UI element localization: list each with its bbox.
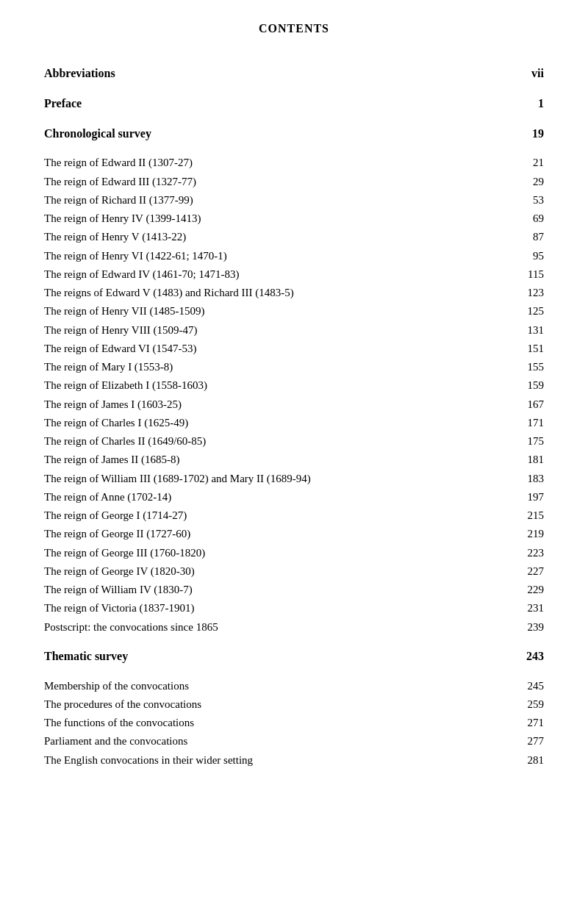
entry-title-anne: The reign of Anne (1702-14) <box>44 489 514 506</box>
toc-entry-preface[interactable]: Preface1 <box>44 95 544 113</box>
entry-title-postscript: Postscript: the convocations since 1865 <box>44 619 514 636</box>
entry-page-george-iii: 223 <box>514 545 544 562</box>
toc-entry-english-convocations[interactable]: The English convocations in their wider … <box>44 752 544 769</box>
toc-entry-henry-vi[interactable]: The reign of Henry VI (1422-61; 1470-1)9… <box>44 248 544 265</box>
toc-entry-william-iii-mary-ii[interactable]: The reign of William III (1689-1702) and… <box>44 470 544 487</box>
toc-entry-james-i[interactable]: The reign of James I (1603-25)167 <box>44 396 544 413</box>
entry-page-thematic-survey: 243 <box>514 648 544 666</box>
entry-title-charles-i: The reign of Charles I (1625-49) <box>44 415 514 431</box>
entry-page-george-i: 215 <box>514 507 544 524</box>
entry-title-abbreviations: Abbreviations <box>44 65 514 83</box>
toc-entry-george-iii[interactable]: The reign of George III (1760-1820)223 <box>44 545 544 562</box>
toc-entry-edward-ii[interactable]: The reign of Edward II (1307-27)21 <box>44 154 544 171</box>
entry-title-george-iii: The reign of George III (1760-1820) <box>44 545 514 562</box>
entry-page-george-iv: 227 <box>514 563 544 580</box>
toc-entry-george-ii[interactable]: The reign of George II (1727-60)219 <box>44 526 544 542</box>
toc-entry-george-iv[interactable]: The reign of George IV (1820-30)227 <box>44 563 544 580</box>
entry-title-victoria: The reign of Victoria (1837-1901) <box>44 600 514 617</box>
entry-page-charles-i: 171 <box>514 415 544 431</box>
toc-entry-edward-vi[interactable]: The reign of Edward VI (1547-53)151 <box>44 340 544 357</box>
toc-entry-procedures[interactable]: The procedures of the convocations259 <box>44 696 544 713</box>
toc-entry-abbreviations[interactable]: Abbreviationsvii <box>44 65 544 83</box>
entry-page-charles-ii: 175 <box>514 433 544 450</box>
toc-entry-thematic-survey[interactable]: Thematic survey243 <box>44 648 544 666</box>
toc-entry-charles-ii[interactable]: The reign of Charles II (1649/60-85)175 <box>44 433 544 450</box>
toc-entry-mary-i[interactable]: The reign of Mary I (1553-8)155 <box>44 359 544 376</box>
toc-entry-parliament[interactable]: Parliament and the convocations277 <box>44 733 544 750</box>
entry-page-james-i: 167 <box>514 396 544 413</box>
entry-page-postscript: 239 <box>514 619 544 636</box>
entry-page-elizabeth-i: 159 <box>514 377 544 394</box>
toc-entry-henry-vii[interactable]: The reign of Henry VII (1485-1509)125 <box>44 303 544 320</box>
entry-title-richard-ii: The reign of Richard II (1377-99) <box>44 192 514 209</box>
entry-title-george-i: The reign of George I (1714-27) <box>44 507 514 524</box>
entry-page-james-ii: 181 <box>514 451 544 468</box>
entry-title-edward-iv: The reign of Edward IV (1461-70; 1471-83… <box>44 266 514 283</box>
entry-page-henry-v: 87 <box>514 229 544 246</box>
entry-page-edward-iii: 29 <box>514 173 544 190</box>
entry-page-william-iv: 229 <box>514 581 544 598</box>
toc-entry-postscript[interactable]: Postscript: the convocations since 18652… <box>44 619 544 636</box>
entry-page-henry-iv: 69 <box>514 210 544 227</box>
entry-title-english-convocations: The English convocations in their wider … <box>44 752 514 769</box>
entry-title-preface: Preface <box>44 95 514 113</box>
entry-title-edward-vi: The reign of Edward VI (1547-53) <box>44 340 514 357</box>
toc-entry-charles-i[interactable]: The reign of Charles I (1625-49)171 <box>44 415 544 431</box>
entry-title-edward-iii: The reign of Edward III (1327-77) <box>44 173 514 190</box>
toc-entry-george-i[interactable]: The reign of George I (1714-27)215 <box>44 507 544 524</box>
entry-title-henry-vii: The reign of Henry VII (1485-1509) <box>44 303 514 320</box>
toc-entry-richard-ii[interactable]: The reign of Richard II (1377-99)53 <box>44 192 544 209</box>
toc-entry-elizabeth-i[interactable]: The reign of Elizabeth I (1558-1603)159 <box>44 377 544 394</box>
toc-entry-chronological-survey[interactable]: Chronological survey19 <box>44 125 544 143</box>
entry-title-functions: The functions of the convocations <box>44 714 514 731</box>
entry-title-william-iii-mary-ii: The reign of William III (1689-1702) and… <box>44 470 514 487</box>
toc-entry-edward-iv[interactable]: The reign of Edward IV (1461-70; 1471-83… <box>44 266 544 283</box>
entry-title-membership: Membership of the convocations <box>44 678 514 695</box>
entry-title-george-ii: The reign of George II (1727-60) <box>44 526 514 542</box>
entry-page-chronological-survey: 19 <box>514 125 544 143</box>
toc-entry-membership[interactable]: Membership of the convocations245 <box>44 678 544 695</box>
entry-title-parliament: Parliament and the convocations <box>44 733 514 750</box>
toc-entry-edward-iii[interactable]: The reign of Edward III (1327-77)29 <box>44 173 544 190</box>
entry-page-victoria: 231 <box>514 600 544 617</box>
entry-title-elizabeth-i: The reign of Elizabeth I (1558-1603) <box>44 377 514 394</box>
toc-container: AbbreviationsviiPreface1Chronological su… <box>44 65 544 769</box>
toc-entry-henry-v[interactable]: The reign of Henry V (1413-22)87 <box>44 229 544 246</box>
entry-page-abbreviations: vii <box>514 65 544 83</box>
toc-entry-victoria[interactable]: The reign of Victoria (1837-1901)231 <box>44 600 544 617</box>
toc-entry-james-ii[interactable]: The reign of James II (1685-8)181 <box>44 451 544 468</box>
entry-page-parliament: 277 <box>514 733 544 750</box>
entry-page-william-iii-mary-ii: 183 <box>514 470 544 487</box>
entry-title-chronological-survey: Chronological survey <box>44 125 514 143</box>
entry-title-henry-v: The reign of Henry V (1413-22) <box>44 229 514 246</box>
entry-page-edward-ii: 21 <box>514 154 544 171</box>
entry-title-charles-ii: The reign of Charles II (1649/60-85) <box>44 433 514 450</box>
entry-title-james-i: The reign of James I (1603-25) <box>44 396 514 413</box>
toc-entry-edward-v-richard-iii[interactable]: The reigns of Edward V (1483) and Richar… <box>44 284 544 301</box>
entry-title-edward-ii: The reign of Edward II (1307-27) <box>44 154 514 171</box>
entry-page-english-convocations: 281 <box>514 752 544 769</box>
entry-title-william-iv: The reign of William IV (1830-7) <box>44 581 514 598</box>
toc-entry-william-iv[interactable]: The reign of William IV (1830-7)229 <box>44 581 544 598</box>
toc-entry-henry-iv[interactable]: The reign of Henry IV (1399-1413)69 <box>44 210 544 227</box>
toc-entry-functions[interactable]: The functions of the convocations271 <box>44 714 544 731</box>
entry-page-henry-vii: 125 <box>514 303 544 320</box>
entry-page-richard-ii: 53 <box>514 192 544 209</box>
entry-page-george-ii: 219 <box>514 526 544 542</box>
toc-entry-henry-viii[interactable]: The reign of Henry VIII (1509-47)131 <box>44 322 544 339</box>
entry-title-procedures: The procedures of the convocations <box>44 696 514 713</box>
entry-title-edward-v-richard-iii: The reigns of Edward V (1483) and Richar… <box>44 284 514 301</box>
entry-page-procedures: 259 <box>514 696 544 713</box>
entry-title-george-iv: The reign of George IV (1820-30) <box>44 563 514 580</box>
entry-title-henry-iv: The reign of Henry IV (1399-1413) <box>44 210 514 227</box>
entry-title-henry-vi: The reign of Henry VI (1422-61; 1470-1) <box>44 248 514 265</box>
entry-title-mary-i: The reign of Mary I (1553-8) <box>44 359 514 376</box>
entry-title-henry-viii: The reign of Henry VIII (1509-47) <box>44 322 514 339</box>
entry-page-edward-vi: 151 <box>514 340 544 357</box>
entry-page-membership: 245 <box>514 678 544 695</box>
entry-page-edward-iv: 115 <box>514 266 544 283</box>
toc-entry-anne[interactable]: The reign of Anne (1702-14)197 <box>44 489 544 506</box>
entry-page-anne: 197 <box>514 489 544 506</box>
page-title: CONTENTS <box>44 22 544 35</box>
entry-page-mary-i: 155 <box>514 359 544 376</box>
